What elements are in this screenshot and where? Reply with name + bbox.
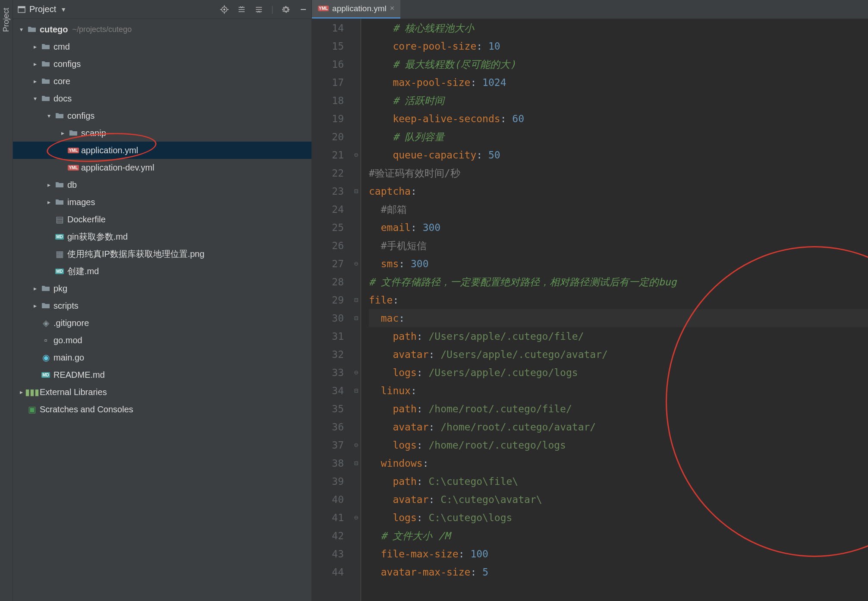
tree-item[interactable]: ▸db — [13, 176, 311, 193]
tree-item[interactable]: ▸MDgin获取参数.md — [13, 228, 311, 245]
fold-mark[interactable] — [352, 345, 361, 364]
code-line[interactable]: max-pool-size: 1024 — [369, 73, 868, 92]
fold-mark[interactable]: ⊖ — [352, 364, 361, 382]
code-line[interactable]: # 文件存储路径，一定要配置绝对路径，相对路径测试后有一定的bug — [369, 273, 868, 291]
code-line[interactable]: #手机短信 — [369, 237, 868, 255]
fold-mark[interactable] — [352, 490, 361, 509]
code-line[interactable]: avatar: /Users/apple/.cutego/avatar/ — [369, 345, 868, 364]
tree-item[interactable]: ▾docs — [13, 90, 311, 107]
code-line[interactable]: file: — [369, 291, 868, 309]
fold-mark[interactable]: ⊖ — [352, 255, 361, 273]
tree-item[interactable]: ▸core — [13, 73, 311, 90]
fold-mark[interactable]: ⊟ — [352, 182, 361, 200]
code-line[interactable]: logs: C:\cutego\logs — [369, 509, 868, 527]
code-line[interactable]: path: /Users/apple/.cutego/file/ — [369, 327, 868, 345]
code-line[interactable]: # 核心线程池大小 — [369, 19, 868, 37]
fold-mark[interactable] — [352, 400, 361, 418]
fold-mark[interactable] — [352, 200, 361, 218]
tree-item[interactable]: ▸◉main.go — [13, 349, 311, 366]
fold-mark[interactable] — [352, 92, 361, 110]
code-line[interactable]: # 文件大小 /M — [369, 527, 868, 545]
chevron-right-icon[interactable]: ▸ — [30, 285, 40, 292]
fold-mark[interactable]: ⊟ — [352, 291, 361, 309]
code-line[interactable]: windows: — [369, 454, 868, 472]
fold-mark[interactable] — [352, 164, 361, 182]
tree-item[interactable]: ▸YMLapplication-dev.yml — [13, 159, 311, 176]
tree-item[interactable]: ▸YMLapplication.yml — [13, 142, 311, 159]
code-line[interactable]: email: 300 — [369, 218, 868, 237]
tab-application-yml[interactable]: YML application.yml × — [312, 0, 400, 19]
expand-all-icon[interactable] — [237, 5, 246, 14]
code-line[interactable]: captcha: — [369, 182, 868, 200]
fold-mark[interactable]: ⊟ — [352, 382, 361, 400]
code-line[interactable]: mac: — [369, 309, 868, 327]
fold-mark[interactable] — [352, 110, 361, 128]
fold-mark[interactable] — [352, 37, 361, 55]
code-editor[interactable]: 1415161718192021222324252627282930313233… — [312, 19, 868, 601]
fold-mark[interactable] — [352, 19, 361, 37]
fold-mark[interactable] — [352, 237, 361, 255]
chevron-right-icon[interactable]: ▸ — [30, 60, 40, 67]
fold-gutter[interactable]: ⊖⊟⊖⊟⊟⊖⊟⊖⊟⊖ — [352, 19, 361, 601]
fold-mark[interactable] — [352, 545, 361, 563]
tree-item[interactable]: ▾configs — [13, 107, 311, 124]
code-line[interactable]: core-pool-size: 10 — [369, 37, 868, 55]
tree-item[interactable]: ▸images — [13, 193, 311, 211]
chevron-down-icon[interactable]: ▾ — [30, 95, 40, 102]
fold-mark[interactable]: ⊖ — [352, 509, 361, 527]
code-line[interactable]: avatar-max-size: 5 — [369, 563, 868, 581]
code-line[interactable]: avatar: /home/root/.cutego/avatar/ — [369, 418, 868, 436]
chevron-right-icon[interactable]: ▸ — [44, 199, 53, 206]
close-icon[interactable]: × — [390, 4, 395, 13]
tree-item[interactable]: ▸▦使用纯真IP数据库获取地理位置.png — [13, 245, 311, 263]
code-line[interactable]: #邮箱 — [369, 200, 868, 218]
external-libraries[interactable]: ▸ ▮▮▮ External Libraries — [13, 383, 311, 401]
rail-project-label[interactable]: Project — [2, 8, 11, 32]
fold-mark[interactable] — [352, 472, 361, 490]
fold-mark[interactable] — [352, 563, 361, 581]
fold-mark[interactable]: ⊖ — [352, 436, 361, 454]
tree-item[interactable]: ▸MDREADME.md — [13, 366, 311, 383]
code-line[interactable]: file-max-size: 100 — [369, 545, 868, 563]
settings-icon[interactable] — [281, 5, 291, 14]
fold-mark[interactable] — [352, 327, 361, 345]
dropdown-icon[interactable]: ▼ — [60, 6, 66, 13]
tree-item[interactable]: ▸scripts — [13, 297, 311, 314]
code-line[interactable]: queue-capacity: 50 — [369, 146, 868, 164]
code-line[interactable]: path: C:\cutego\file\ — [369, 472, 868, 490]
tool-window-rail[interactable]: Project — [0, 0, 13, 601]
code-line[interactable]: keep-alive-seconds: 60 — [369, 110, 868, 128]
tree-item[interactable]: ▸scanip — [13, 124, 311, 142]
fold-mark[interactable] — [352, 128, 361, 146]
code-line[interactable]: # 活跃时间 — [369, 92, 868, 110]
tree-item[interactable]: ▸▫go.mod — [13, 332, 311, 349]
tree-item[interactable]: ▸cmd — [13, 38, 311, 55]
chevron-right-icon[interactable]: ▸ — [30, 78, 40, 85]
tree-root[interactable]: ▾ cutego ~/projects/cutego — [13, 21, 311, 38]
locate-icon[interactable] — [220, 5, 229, 14]
fold-mark[interactable]: ⊟ — [352, 454, 361, 472]
scratches-consoles[interactable]: ▸ ▣ Scratches and Consoles — [13, 401, 311, 418]
fold-mark[interactable] — [352, 418, 361, 436]
hide-icon[interactable] — [299, 5, 308, 14]
fold-mark[interactable] — [352, 55, 361, 73]
fold-mark[interactable] — [352, 218, 361, 237]
project-tree[interactable]: ▾ cutego ~/projects/cutego ▸cmd▸configs▸… — [13, 19, 311, 420]
code-line[interactable]: logs: /Users/apple/.cutego/logs — [369, 364, 868, 382]
chevron-down-icon[interactable]: ▾ — [16, 26, 26, 33]
chevron-right-icon[interactable]: ▸ — [58, 130, 67, 136]
code-line[interactable]: logs: /home/root/.cutego/logs — [369, 436, 868, 454]
code-line[interactable]: avatar: C:\cutego\avatar\ — [369, 490, 868, 509]
fold-mark[interactable]: ⊖ — [352, 146, 361, 164]
chevron-right-icon[interactable]: ▸ — [30, 43, 40, 50]
fold-mark[interactable] — [352, 273, 361, 291]
code-line[interactable]: sms: 300 — [369, 255, 868, 273]
tree-item[interactable]: ▸pkg — [13, 280, 311, 297]
code-line[interactable]: linux: — [369, 382, 868, 400]
chevron-right-icon[interactable]: ▸ — [30, 302, 40, 309]
chevron-down-icon[interactable]: ▾ — [44, 112, 53, 119]
tree-item[interactable]: ▸◈.gitignore — [13, 314, 311, 332]
tree-item[interactable]: ▸configs — [13, 55, 311, 73]
fold-mark[interactable] — [352, 73, 361, 92]
tree-item[interactable]: ▸MD创建.md — [13, 263, 311, 280]
